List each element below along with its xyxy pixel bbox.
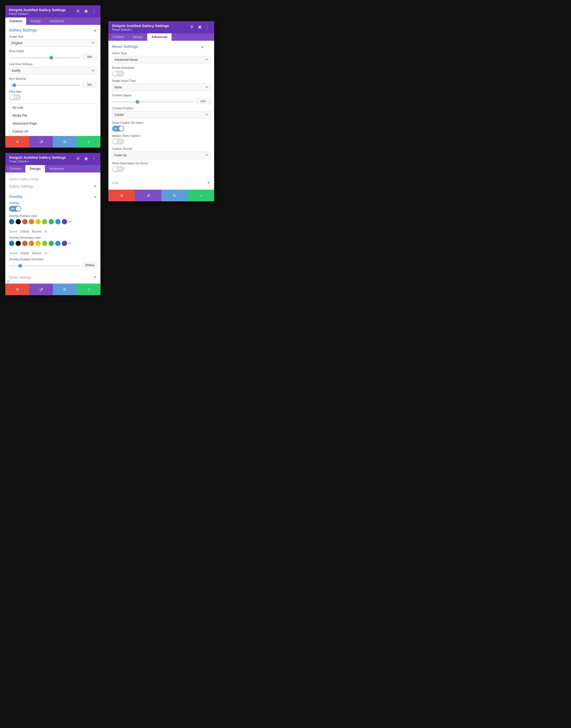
- row-height-slider[interactable]: [9, 57, 80, 58]
- tab-advanced-3[interactable]: Advanced: [147, 33, 172, 41]
- hover-type-select[interactable]: Advanced Hover: [112, 56, 210, 64]
- color-dot-secondary-4[interactable]: [35, 241, 41, 246]
- caption-reveal-select[interactable]: Fade Up: [112, 152, 210, 159]
- dropdown-custom-url[interactable]: Custom Url: [9, 127, 97, 135]
- color-pencil-primary[interactable]: ✏: [69, 219, 72, 224]
- color-dot-primary-0[interactable]: [9, 219, 14, 224]
- color-dot-primary-3[interactable]: [29, 219, 34, 224]
- color-dot-primary-8[interactable]: [62, 219, 67, 224]
- reset-btn-3[interactable]: ↺: [135, 190, 161, 201]
- color-dot-primary-2[interactable]: [22, 219, 27, 224]
- gallery-settings-collapsed[interactable]: Gallery Settings ▼: [9, 181, 97, 190]
- color-dot-primary-7[interactable]: [55, 219, 61, 224]
- reset-btn-2[interactable]: ↺: [29, 284, 53, 295]
- settings-icon-2[interactable]: ⚙: [75, 156, 81, 161]
- redo-btn-2[interactable]: ↻: [53, 284, 77, 295]
- panel-header-3: Divigrid Justified Gallery Settings Pres…: [108, 21, 214, 33]
- tab-content-3[interactable]: Content: [108, 33, 128, 41]
- layout-icon-2[interactable]: ▣: [83, 156, 89, 161]
- hover-collapse-icon[interactable]: ▼: [93, 275, 97, 279]
- border-animation-toggle[interactable]: OFF: [112, 71, 124, 77]
- reset-btn-1[interactable]: ↺: [29, 136, 53, 148]
- redo-btn-3[interactable]: ↻: [161, 190, 188, 201]
- cancel-btn-1[interactable]: ✕: [5, 136, 29, 148]
- preset-label-1[interactable]: Preset: Default ▾: [9, 12, 66, 15]
- color-dot-primary-4[interactable]: [35, 219, 41, 224]
- content-space-value[interactable]: 1em: [196, 98, 210, 104]
- color-dots-primary: ···: [9, 225, 97, 228]
- tab-advanced-1[interactable]: Advanced: [45, 17, 69, 25]
- color-dot-primary-5[interactable]: [42, 219, 47, 224]
- panel-header-2: Divigrid Justified Gallery Settings Pres…: [5, 153, 100, 165]
- layout-icon-1[interactable]: ▣: [83, 8, 89, 14]
- dropdown-media-file[interactable]: Media File: [9, 112, 97, 119]
- save-btn-1[interactable]: ✓: [77, 136, 100, 148]
- save-btn-2[interactable]: ✓: [77, 284, 100, 295]
- tab-design-2[interactable]: Design: [25, 165, 45, 173]
- tab-content-2[interactable]: Content: [5, 165, 25, 173]
- more-icon-3[interactable]: ⋮: [205, 24, 210, 30]
- tab-design-1[interactable]: Design: [26, 17, 45, 25]
- cancel-btn-2[interactable]: ✕: [5, 284, 29, 295]
- color-dot-secondary-8[interactable]: [62, 241, 67, 246]
- settings-icon-1[interactable]: ⚙: [75, 8, 81, 14]
- item-spacing-value[interactable]: 5px: [82, 82, 97, 87]
- color-pencil-secondary[interactable]: ✏: [69, 241, 72, 246]
- color-dot-secondary-3[interactable]: [29, 241, 34, 246]
- tab-content-1[interactable]: Content: [5, 17, 26, 25]
- show-caption-toggle[interactable]: ON: [112, 126, 124, 131]
- recent-label-secondary[interactable]: Recent: [32, 252, 41, 255]
- gradient-slider[interactable]: [9, 265, 80, 266]
- row-height-value[interactable]: 400: [82, 54, 97, 60]
- save-btn-3[interactable]: ✓: [188, 190, 214, 201]
- more-icon-2[interactable]: ⋮: [91, 156, 97, 161]
- content-space-slider[interactable]: [112, 101, 194, 102]
- settings-color-icon-primary[interactable]: ⚙: [44, 230, 47, 233]
- recent-label-primary[interactable]: Recent: [32, 230, 41, 233]
- preset-label-3[interactable]: Preset: Default ▾: [112, 28, 169, 31]
- preset-label-2[interactable]: Preset: Default ▾: [9, 160, 66, 163]
- cancel-btn-3[interactable]: ✕: [108, 190, 135, 201]
- settings-color-icon-secondary[interactable]: ⚙: [44, 251, 47, 255]
- layout-icon-3[interactable]: ▣: [197, 24, 203, 30]
- overlay-toggle[interactable]: ON: [9, 206, 21, 212]
- image-size-select[interactable]: Original: [9, 39, 97, 47]
- redo-btn-1[interactable]: ↻: [53, 136, 77, 148]
- link-collapsed[interactable]: Link ▼: [9, 281, 97, 284]
- color-dot-secondary-7[interactable]: [55, 241, 61, 246]
- hover-settings-collapsed[interactable]: Hover Settings ▼: [9, 272, 97, 281]
- show-description-toggle[interactable]: OFF: [112, 166, 124, 172]
- filter-nav-toggle[interactable]: OFF: [9, 94, 21, 100]
- link-section-collapse[interactable]: ▼: [207, 181, 210, 185]
- collapse-icon-gallery[interactable]: ▲: [93, 28, 97, 32]
- color-dot-secondary-2[interactable]: [22, 241, 27, 246]
- more-icon-1[interactable]: ⋮: [91, 8, 97, 14]
- tab-advanced-2[interactable]: Advanced: [45, 165, 68, 173]
- always-show-caption-toggle[interactable]: OFF: [112, 139, 124, 145]
- global-label-primary[interactable]: Global: [20, 230, 29, 233]
- overlay-collapse-icon[interactable]: ▲: [93, 194, 97, 199]
- gradient-value[interactable]: 180deg: [82, 262, 97, 268]
- image-hover-type-select[interactable]: None: [112, 84, 210, 91]
- item-spacing-slider[interactable]: [9, 85, 80, 86]
- color-dot-secondary-1[interactable]: [16, 241, 21, 246]
- last-row-select[interactable]: Justify: [9, 67, 97, 74]
- dropdown-attachment-page[interactable]: Attachment Page: [9, 119, 97, 127]
- hover-section-more[interactable]: ⋮: [206, 44, 210, 49]
- tab-design-3[interactable]: Design: [128, 33, 147, 41]
- dropdown-no-link[interactable]: No Link: [9, 104, 97, 112]
- color-dot-secondary-5[interactable]: [42, 241, 47, 246]
- color-dot-primary-1[interactable]: [16, 219, 21, 224]
- link-section-header[interactable]: Link ▼: [112, 178, 210, 186]
- settings-icon-3[interactable]: ⚙: [189, 24, 195, 30]
- color-dot-secondary-0[interactable]: [9, 241, 14, 246]
- color-dot-primary-6[interactable]: [48, 219, 54, 224]
- color-dot-secondary-6[interactable]: [48, 241, 54, 246]
- global-label-secondary[interactable]: Global: [20, 252, 29, 255]
- gallery-collapse-icon[interactable]: ▼: [93, 184, 97, 188]
- content-position-select[interactable]: Center: [112, 111, 210, 118]
- saved-label-primary[interactable]: Saved: [9, 230, 17, 233]
- saved-label-secondary[interactable]: Saved: [9, 252, 17, 255]
- item-spacing-label: Item Spacing: [9, 77, 97, 80]
- hover-section-collapse[interactable]: ▲: [200, 44, 204, 49]
